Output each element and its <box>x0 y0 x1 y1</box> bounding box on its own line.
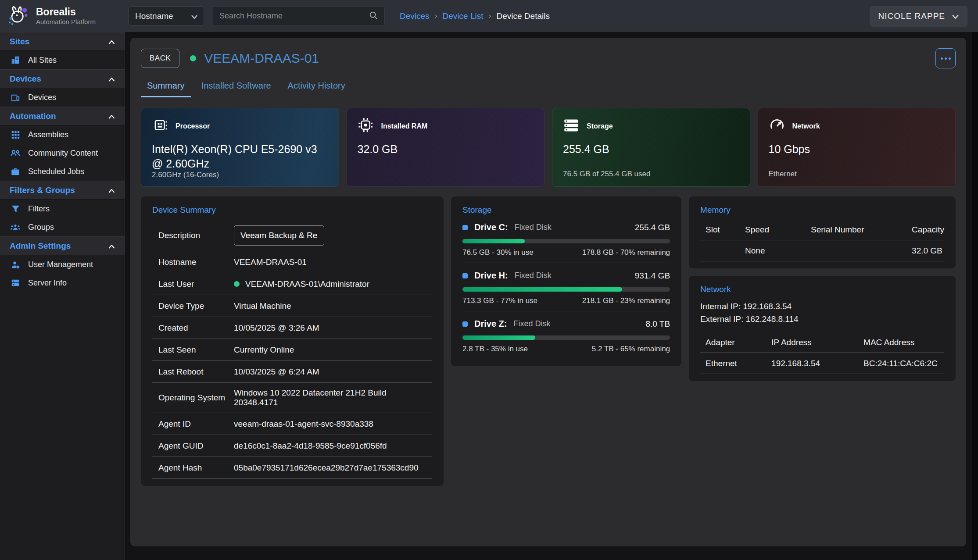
sidebar-section-admin-settings[interactable]: Admin Settings <box>0 236 125 255</box>
summary-row-device-type: Device Type Virtual Machine <box>152 295 432 317</box>
sidebar-section-label: Devices <box>10 74 41 84</box>
stat-label: Installed RAM <box>381 122 428 130</box>
sidebar-section-automation[interactable]: Automation <box>0 107 125 125</box>
drive-size: 8.0 TB <box>645 319 670 329</box>
summary-label: Hostname <box>158 257 234 267</box>
stat-label: Storage <box>587 122 613 130</box>
column-header: IP Address <box>771 338 863 347</box>
sidebar-item-community-content[interactable]: Community Content <box>0 144 125 162</box>
tab-activity-history[interactable]: Activity History <box>282 76 351 97</box>
sidebar-item-filters[interactable]: Filters <box>0 200 125 218</box>
online-status-dot <box>190 55 196 61</box>
summary-label: Agent Hash <box>158 463 234 473</box>
hostname-filter-value: Hostname <box>135 11 173 21</box>
sidebar-item-label: Server Info <box>28 278 67 288</box>
column-header: Speed <box>745 225 811 235</box>
ip-summary: Internal IP: 192.168.3.54 External IP: 1… <box>700 300 944 326</box>
ram-footer <box>358 170 534 178</box>
stat-cards-row: Processor Intel(R) Xeon(R) CPU E5-2690 v… <box>141 108 956 187</box>
storage-panel: Storage Drive C: Fixed Disk 255.4 GB <box>451 196 681 366</box>
drive-type: Fixed Disk <box>515 223 552 232</box>
drive-usage-bar <box>462 287 670 292</box>
brand-logo-area: Borealis Automation Platform <box>0 3 125 29</box>
summary-value: veeam-draas-01-agent-svc-8930a338 <box>234 419 373 429</box>
drive-bullet-icon <box>462 321 468 327</box>
search-box[interactable] <box>213 6 385 26</box>
sidebar-section-filters-groups[interactable]: Filters & Groups <box>0 181 125 200</box>
summary-label: Last Reboot <box>158 367 234 377</box>
sidebar-item-devices[interactable]: Devices <box>0 88 125 107</box>
drive-usage-bar <box>462 335 670 340</box>
memory-table-row: None 32.0 GB <box>700 240 944 261</box>
sidebar-item-user-management[interactable]: User Management <box>0 255 125 274</box>
summary-row-created: Created 10/05/2025 @ 3:26 AM <box>152 317 432 339</box>
sidebar-item-server-info[interactable]: Server Info <box>0 274 125 292</box>
stat-label: Network <box>792 122 820 130</box>
scrollbar-track[interactable] <box>972 32 978 560</box>
server-icon <box>10 278 21 288</box>
chevron-up-icon <box>108 185 115 195</box>
chevron-up-icon <box>108 74 115 84</box>
sidebar-item-label: All Sites <box>28 56 57 65</box>
sidebar-section-sites[interactable]: Sites <box>0 32 125 51</box>
summary-value: 10/05/2025 @ 3:26 AM <box>234 323 319 333</box>
drive-used-label: 76.5 GB - 30% in use <box>462 248 534 257</box>
summary-label: Operating System <box>158 393 234 403</box>
brand-text: Borealis Automation Platform <box>36 7 96 25</box>
summary-value: VEEAM-DRAAS-01\Administrator <box>245 279 369 289</box>
grid-icon <box>10 129 21 140</box>
drive-remaining-label: 178.8 GB - 70% remaining <box>582 248 670 257</box>
summary-row-agent-hash: Agent Hash 05ba0e7935171d626ecea29b27d7a… <box>152 457 432 479</box>
tab-installed-software[interactable]: Installed Software <box>195 76 277 97</box>
memory-capacity: 32.0 GB <box>912 246 944 256</box>
device-name-title: VEEAM-DRAAS-01 <box>204 51 319 66</box>
funnel-icon <box>10 203 21 214</box>
drive-name: Drive Z: <box>474 319 507 329</box>
ram-value: 32.0 GB <box>358 142 534 157</box>
drive-usage-fill <box>462 335 535 340</box>
breadcrumb-device-details: Device Details <box>497 11 550 21</box>
summary-row-description: Description <box>152 220 432 251</box>
chevron-up-icon <box>108 37 115 46</box>
drive-usage-bar <box>462 239 670 243</box>
storage-card: Storage 255.4 GB 76.5 GB of 255.4 GB use… <box>552 108 750 187</box>
memory-panel: Memory Slot Speed Serial Number Capacity… <box>689 196 956 268</box>
chevron-down-icon <box>952 11 959 21</box>
network-value: 10 Gbps <box>769 142 945 157</box>
device-header: BACK VEEAM-DRAAS-01 <box>141 48 956 68</box>
device-summary-table: Description Hostname VEEAM-DRAAS-01 Last… <box>152 220 432 479</box>
sidebar-item-assemblies[interactable]: Assemblies <box>0 125 125 144</box>
breadcrumb-devices[interactable]: Devices <box>400 11 430 21</box>
hostname-filter-select[interactable]: Hostname <box>129 6 204 26</box>
drive-size: 931.4 GB <box>635 271 670 281</box>
laptop-icon <box>10 92 21 103</box>
storage-stack-icon <box>563 117 580 136</box>
back-button[interactable]: BACK <box>141 49 179 68</box>
sidebar-item-scheduled-jobs[interactable]: Scheduled Jobs <box>0 162 125 181</box>
more-actions-button[interactable] <box>935 48 956 68</box>
drive-remaining-label: 218.1 GB - 23% remaining <box>582 296 670 305</box>
groups-icon <box>10 222 21 232</box>
drive-bullet-icon <box>462 225 468 230</box>
breadcrumb-device-list[interactable]: Device List <box>443 11 484 21</box>
summary-label: Description <box>158 231 234 240</box>
tab-summary[interactable]: Summary <box>141 76 191 97</box>
sidebar-item-all-sites[interactable]: All Sites <box>0 51 125 69</box>
description-input[interactable] <box>234 225 324 246</box>
breadcrumb: Devices › Device List › Device Details <box>400 11 550 21</box>
sidebar: Sites All Sites Devices Devices Automati… <box>0 32 125 560</box>
drive-usage-fill <box>462 287 622 292</box>
device-summary-panel: Device Summary Description Hostname VEEA… <box>141 196 444 486</box>
caret-down-icon <box>191 11 197 21</box>
user-menu-button[interactable]: NICOLE RAPPE <box>870 6 967 27</box>
search-input[interactable] <box>219 11 369 21</box>
summary-row-agent-id: Agent ID veeam-draas-01-agent-svc-8930a3… <box>152 413 432 435</box>
processor-footer: 2.60GHz (16-Cores) <box>152 171 328 179</box>
summary-label: Agent ID <box>158 419 234 429</box>
detail-panels-row: Device Summary Description Hostname VEEA… <box>141 196 956 486</box>
summary-value: VEEAM-DRAAS-01 <box>234 257 307 267</box>
column-header: Serial Number <box>811 225 912 235</box>
sidebar-section-devices[interactable]: Devices <box>0 69 125 88</box>
adapter-mac: BC:24:11:CA:C6:2C <box>863 359 944 368</box>
sidebar-item-groups[interactable]: Groups <box>0 218 125 236</box>
